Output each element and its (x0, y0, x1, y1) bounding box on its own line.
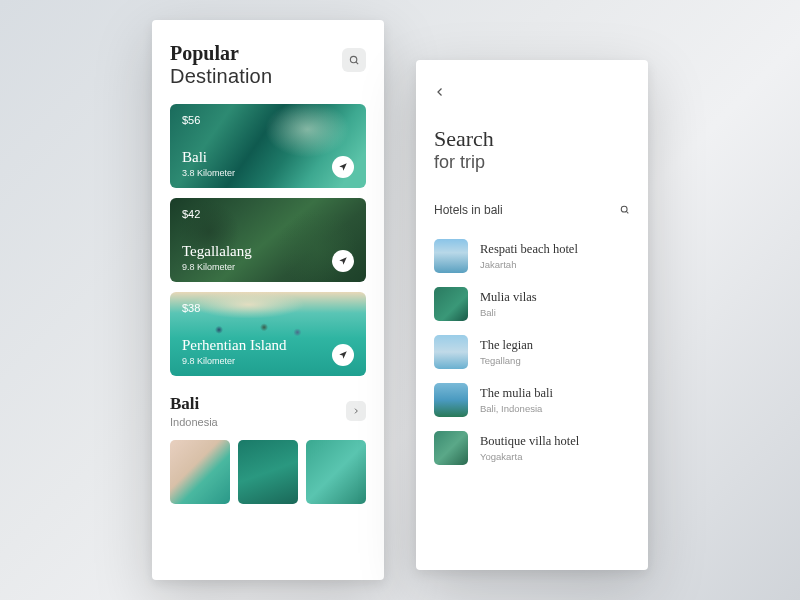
next-button[interactable] (346, 401, 366, 421)
result-name: The legian (480, 338, 533, 353)
destination-cards: $56 Bali 3.8 Kilometer $42 Tegallalang (170, 104, 366, 376)
result-thumbnail (434, 335, 468, 369)
price-badge: $42 (182, 208, 354, 220)
result-name: Mulia vilas (480, 290, 537, 305)
search-results: Respati beach hotel Jakartah Mulia vilas… (434, 239, 630, 465)
result-item[interactable]: Boutique villa hotel Yogakarta (434, 431, 630, 465)
chevron-right-icon (352, 407, 360, 415)
place-name: Perhentian Island (182, 337, 287, 354)
distance-label: 9.8 Kilometer (182, 356, 287, 366)
price-badge: $38 (182, 302, 354, 314)
header: Popular Destination (170, 42, 366, 88)
featured-location-country: Indonesia (170, 416, 218, 428)
result-name: Respati beach hotel (480, 242, 578, 257)
svg-line-3 (626, 211, 628, 213)
destination-card[interactable]: $38 Perhentian Island 9.8 Kilometer (170, 292, 366, 376)
place-name: Tegallalang (182, 243, 252, 260)
back-button[interactable] (434, 82, 454, 102)
thumbnail-image[interactable] (170, 440, 230, 504)
thumbnail-image[interactable] (238, 440, 298, 504)
location-arrow-icon (338, 350, 348, 360)
page-title: Popular Destination (170, 42, 272, 88)
title-secondary: for trip (434, 152, 630, 173)
search-input[interactable]: Hotels in bali (434, 203, 630, 221)
thumbnail-image[interactable] (306, 440, 366, 504)
search-button[interactable] (342, 48, 366, 72)
popular-destination-screen: Popular Destination $56 Bali 3.8 Kilomet… (152, 20, 384, 580)
result-thumbnail (434, 383, 468, 417)
featured-location-header: Bali Indonesia (170, 394, 366, 428)
location-arrow-icon (338, 256, 348, 266)
result-location: Jakartah (480, 259, 578, 270)
svg-line-1 (355, 61, 357, 63)
title-primary: Popular (170, 42, 272, 65)
destination-card[interactable]: $42 Tegallalang 9.8 Kilometer (170, 198, 366, 282)
result-thumbnail (434, 239, 468, 273)
search-trip-screen: Search for trip Hotels in bali Respati b… (416, 60, 648, 570)
result-location: Tegallang (480, 355, 533, 366)
distance-label: 3.8 Kilometer (182, 168, 235, 178)
search-icon (620, 205, 630, 215)
destination-card[interactable]: $56 Bali 3.8 Kilometer (170, 104, 366, 188)
result-name: Boutique villa hotel (480, 434, 579, 449)
result-item[interactable]: The legian Tegallang (434, 335, 630, 369)
page-title: Search for trip (434, 126, 630, 173)
title-secondary: Destination (170, 65, 272, 88)
svg-point-0 (350, 56, 356, 62)
result-item[interactable]: Respati beach hotel Jakartah (434, 239, 630, 273)
result-location: Bali (480, 307, 537, 318)
navigate-button[interactable] (332, 344, 354, 366)
result-location: Bali, Indonesia (480, 403, 553, 414)
search-query: Hotels in bali (434, 203, 503, 217)
thumbnail-row (170, 440, 366, 504)
result-thumbnail (434, 431, 468, 465)
navigate-button[interactable] (332, 156, 354, 178)
result-item[interactable]: Mulia vilas Bali (434, 287, 630, 321)
price-badge: $56 (182, 114, 354, 126)
chevron-left-icon (434, 86, 446, 98)
search-icon (349, 55, 360, 66)
distance-label: 9.8 Kilometer (182, 262, 252, 272)
result-location: Yogakarta (480, 451, 579, 462)
featured-location-name: Bali (170, 394, 218, 414)
navigate-button[interactable] (332, 250, 354, 272)
svg-point-2 (621, 206, 627, 212)
result-item[interactable]: The mulia bali Bali, Indonesia (434, 383, 630, 417)
title-primary: Search (434, 126, 630, 152)
result-thumbnail (434, 287, 468, 321)
result-name: The mulia bali (480, 386, 553, 401)
place-name: Bali (182, 149, 235, 166)
location-arrow-icon (338, 162, 348, 172)
